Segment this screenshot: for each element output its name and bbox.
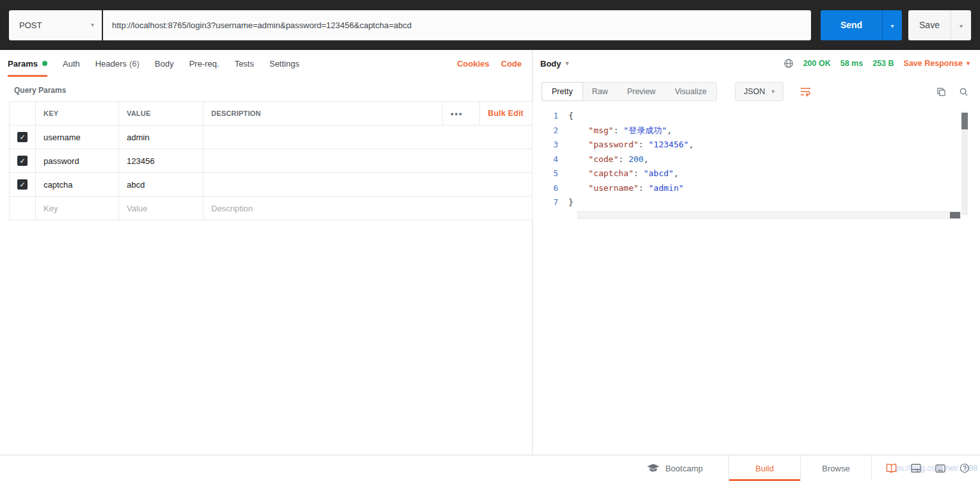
new-param-check-cell xyxy=(10,197,36,220)
response-body-select[interactable]: Body ▾ xyxy=(540,59,569,69)
send-options-button[interactable]: ▾ xyxy=(882,10,902,40)
request-url-bar: POST ▾ http://localhost:8765/login3?user… xyxy=(0,0,980,50)
new-key-input[interactable]: Key xyxy=(36,197,119,220)
response-body-code: 1{2 "msg": "登录成功",3 "password": "123456"… xyxy=(533,109,980,210)
key-cell[interactable]: captcha xyxy=(36,173,119,197)
bootcamp-label: Bootcamp xyxy=(665,464,703,473)
description-cell[interactable] xyxy=(204,173,533,197)
param-checkbox[interactable] xyxy=(17,132,28,142)
response-time: 58 ms xyxy=(840,59,863,68)
search-icon[interactable] xyxy=(959,87,968,97)
build-tab[interactable]: Build xyxy=(729,455,800,481)
bootcamp-button[interactable]: Bootcamp xyxy=(647,464,703,473)
value-cell[interactable]: abcd xyxy=(119,173,204,197)
response-body-label: Body xyxy=(540,59,561,69)
param-checkbox[interactable] xyxy=(17,156,28,166)
line-number: 4 xyxy=(533,152,568,167)
view-tab-visualize[interactable]: Visualize xyxy=(665,83,716,101)
new-value-input[interactable]: Value xyxy=(119,197,204,220)
horizontal-scrollbar-thumb[interactable] xyxy=(950,212,960,218)
wrap-text-icon[interactable] xyxy=(800,86,812,97)
line-number: 7 xyxy=(533,195,568,210)
view-tab-preview[interactable]: Preview xyxy=(618,83,665,101)
key-cell[interactable]: password xyxy=(36,149,119,173)
code-line: 3 "password": "123456", xyxy=(533,138,980,152)
line-number: 2 xyxy=(533,124,568,138)
tab-headers[interactable]: Headers(6) xyxy=(95,50,140,77)
response-meta: 200 OK 58 ms 253 B Save Response ▾ xyxy=(783,58,970,69)
param-checkbox[interactable] xyxy=(17,179,28,190)
params-rows: usernameadminpassword123456captchaabcd xyxy=(10,126,533,197)
new-param-row: Key Value Description xyxy=(10,197,533,220)
tab-body[interactable]: Body xyxy=(155,50,174,77)
keyboard-shortcuts-icon[interactable] xyxy=(935,464,945,473)
line-number: 5 xyxy=(533,167,568,181)
build-browse-toggle: Build Browse xyxy=(728,455,872,481)
check-cell xyxy=(10,149,36,173)
code-link[interactable]: Code xyxy=(501,59,522,69)
help-icon[interactable] xyxy=(960,463,970,473)
url-input[interactable]: http://localhost:8765/login3?username=ad… xyxy=(103,10,811,40)
line-number: 6 xyxy=(533,181,568,196)
chevron-down-icon: ▾ xyxy=(890,22,894,29)
vertical-scrollbar-thumb[interactable] xyxy=(961,113,968,129)
tab-params[interactable]: Params xyxy=(8,50,47,77)
line-number: 1 xyxy=(533,109,568,124)
check-cell xyxy=(10,173,36,197)
param-row: captchaabcd xyxy=(10,173,533,197)
more-options-icon[interactable]: ••• xyxy=(451,109,463,118)
send-button[interactable]: Send xyxy=(821,10,882,40)
line-number: 3 xyxy=(533,138,568,152)
copy-icon[interactable] xyxy=(936,87,946,97)
method-select[interactable]: POST ▾ xyxy=(9,10,102,40)
chevron-down-icon: ▾ xyxy=(566,60,569,67)
key-cell[interactable]: username xyxy=(36,126,119,149)
panel-layout-icon[interactable] xyxy=(911,464,921,473)
param-row: usernameadmin xyxy=(10,126,533,149)
save-response-button[interactable]: Save Response ▾ xyxy=(904,59,970,68)
footer-icons xyxy=(886,463,980,473)
tab-settings[interactable]: Settings xyxy=(269,50,300,77)
request-tab-links: Cookies Code xyxy=(457,59,522,69)
description-cell[interactable] xyxy=(204,126,533,149)
status-badge: 200 OK xyxy=(803,59,831,68)
graduation-cap-icon xyxy=(647,464,659,473)
horizontal-scrollbar[interactable] xyxy=(577,211,961,219)
header-check-cell xyxy=(10,102,36,126)
save-button-group: Save ▾ xyxy=(908,10,971,40)
response-header: Body ▾ 200 OK 58 ms 253 B Save Response … xyxy=(533,50,980,77)
tab-tests[interactable]: Tests xyxy=(234,50,253,77)
response-toolbar: PrettyRawPreviewVisualize JSON ▾ xyxy=(533,77,980,106)
cookies-link[interactable]: Cookies xyxy=(457,59,490,69)
view-tab-pretty[interactable]: Pretty xyxy=(542,82,583,101)
params-active-dot xyxy=(42,61,47,66)
status-bar: Bootcamp Build Browse xyxy=(0,455,980,481)
response-size: 253 B xyxy=(872,59,894,68)
browse-tab[interactable]: Browse xyxy=(800,455,871,481)
main-split: ParamsAuthHeaders(6)BodyPre-req.TestsSet… xyxy=(0,50,980,455)
save-options-button[interactable]: ▾ xyxy=(951,10,971,40)
vertical-scrollbar[interactable] xyxy=(961,111,968,215)
response-panel: Body ▾ 200 OK 58 ms 253 B Save Response … xyxy=(533,50,980,455)
save-button[interactable]: Save xyxy=(908,10,951,40)
book-icon[interactable] xyxy=(886,463,897,473)
description-cell[interactable] xyxy=(204,149,533,173)
format-select[interactable]: JSON ▾ xyxy=(735,82,783,101)
tab-auth[interactable]: Auth xyxy=(63,50,80,77)
url-text: http://localhost:8765/login3?username=ad… xyxy=(112,20,412,30)
bulk-edit-link[interactable]: Bulk Edit xyxy=(488,109,524,118)
response-toolbar-right xyxy=(936,87,968,97)
value-cell[interactable]: admin xyxy=(119,126,204,149)
chevron-down-icon: ▾ xyxy=(771,88,775,95)
tab-pre-req[interactable]: Pre-req. xyxy=(189,50,219,77)
value-cell[interactable]: 123456 xyxy=(119,149,204,173)
check-cell xyxy=(10,126,36,149)
code-line: 7} xyxy=(533,195,980,210)
chevron-down-icon: ▾ xyxy=(960,22,963,29)
globe-icon xyxy=(783,58,794,69)
chevron-down-icon: ▾ xyxy=(967,60,970,67)
code-line: 1{ xyxy=(533,109,980,124)
view-tab-raw[interactable]: Raw xyxy=(582,83,618,101)
param-row: password123456 xyxy=(10,149,533,173)
new-description-input[interactable]: Description xyxy=(204,197,533,220)
